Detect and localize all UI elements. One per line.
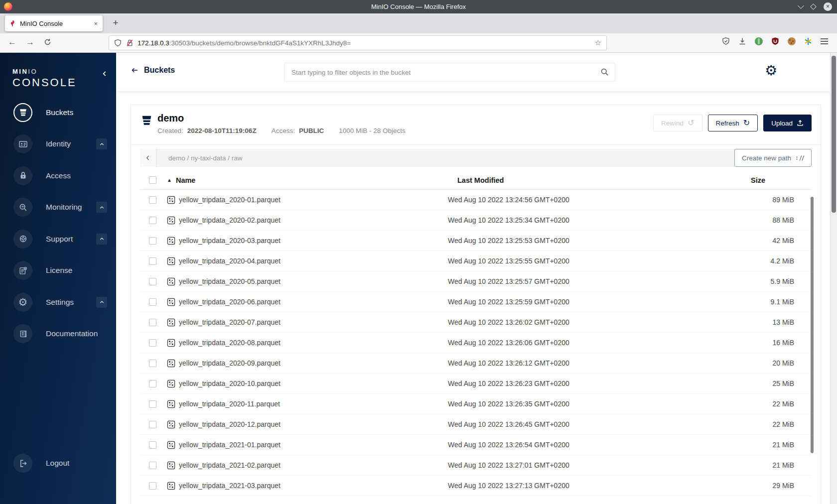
table-row[interactable]: yellow_tripdata_2020-11.parquet Wed Aug …: [140, 394, 812, 414]
sort-ascending-icon[interactable]: ▲: [167, 177, 172, 183]
row-checkbox[interactable]: [149, 196, 156, 204]
object-name[interactable]: yellow_tripdata_2021-03.parquet: [179, 482, 448, 490]
window-close-icon[interactable]: ×: [824, 2, 832, 11]
row-checkbox[interactable]: [149, 400, 156, 408]
object-size: 4.2 MiB: [704, 257, 812, 265]
sidebar-item-license[interactable]: License: [0, 255, 116, 287]
object-name[interactable]: yellow_tripdata_2020-12.parquet: [179, 420, 448, 428]
object-name[interactable]: yellow_tripdata_2020-03.parquet: [179, 237, 448, 245]
rewind-button[interactable]: Rewind ↺: [653, 115, 702, 131]
downloads-icon[interactable]: [738, 37, 746, 45]
table-row[interactable]: yellow_tripdata_2021-02.parquet Wed Aug …: [140, 455, 812, 476]
search-input[interactable]: [284, 63, 615, 82]
sidebar-collapse-icon[interactable]: [101, 70, 108, 78]
object-name[interactable]: yellow_tripdata_2020-02.parquet: [179, 216, 448, 224]
page-scrollbar[interactable]: [830, 53, 837, 504]
table-row[interactable]: yellow_tripdata_2020-05.parquet Wed Aug …: [140, 271, 812, 292]
row-checkbox[interactable]: [149, 257, 156, 265]
object-name[interactable]: yellow_tripdata_2020-05.parquet: [179, 277, 448, 285]
object-name[interactable]: yellow_tripdata_2020-10.parquet: [179, 379, 448, 387]
object-name[interactable]: yellow_tripdata_2020-04.parquet: [179, 257, 448, 265]
back-icon[interactable]: ←: [8, 37, 16, 47]
column-header-last-modified[interactable]: Last Modified: [457, 176, 704, 184]
table-row[interactable]: yellow_tripdata_2020-12.parquet Wed Aug …: [140, 414, 812, 435]
create-new-path-button[interactable]: Create new path: [734, 149, 812, 167]
sidebar-item-support[interactable]: Support: [0, 223, 116, 255]
parquet-file-icon: [167, 216, 175, 225]
bookmark-star-icon[interactable]: ☆: [595, 38, 601, 47]
row-checkbox[interactable]: [149, 339, 156, 347]
sidebar-item-documentation[interactable]: Documentation: [0, 318, 116, 350]
row-checkbox[interactable]: [149, 237, 156, 245]
forward-icon[interactable]: →: [26, 37, 34, 47]
permissions-shield-icon[interactable]: [722, 37, 730, 45]
table-row[interactable]: yellow_tripdata_2021-03.parquet Wed Aug …: [140, 476, 812, 496]
page-scrollbar-thumb[interactable]: [832, 56, 836, 213]
console-settings-gear-icon[interactable]: ⚙: [765, 64, 777, 78]
object-last-modified: Wed Aug 10 2022 13:27:13 GMT+0200: [448, 482, 704, 490]
chevron-up-icon[interactable]: [96, 297, 107, 308]
window-minimize-icon[interactable]: [798, 2, 804, 9]
sidebar-item-identity[interactable]: Identity: [0, 128, 116, 160]
cookie-extension-icon[interactable]: [788, 37, 796, 45]
path-back-button[interactable]: [140, 149, 156, 167]
object-name[interactable]: yellow_tripdata_2020-08.parquet: [179, 339, 448, 347]
tab-close-icon[interactable]: ×: [93, 20, 99, 27]
column-header-size[interactable]: Size: [704, 176, 812, 184]
chevron-up-icon[interactable]: [96, 138, 107, 149]
chevron-up-icon[interactable]: [96, 202, 107, 213]
url-bar[interactable]: 172.18.0.3 :30503/buckets/demo/browse/bn…: [109, 35, 607, 50]
object-last-modified: Wed Aug 10 2022 13:26:35 GMT+0200: [448, 400, 704, 408]
object-name[interactable]: yellow_tripdata_2021-01.parquet: [179, 441, 448, 449]
row-checkbox[interactable]: [149, 482, 156, 490]
chevron-up-icon[interactable]: [96, 234, 107, 245]
menu-hamburger-icon[interactable]: [821, 38, 828, 44]
insecure-lock-icon[interactable]: [126, 39, 134, 47]
ublock-shield-icon[interactable]: [771, 37, 779, 45]
row-checkbox[interactable]: [149, 217, 156, 224]
row-checkbox[interactable]: [149, 360, 156, 367]
object-name[interactable]: yellow_tripdata_2020-07.parquet: [179, 318, 448, 326]
sidebar-item-access[interactable]: Access: [0, 160, 116, 192]
new-tab-button[interactable]: +: [109, 16, 123, 30]
table-row[interactable]: yellow_tripdata_2020-01.parquet Wed Aug …: [140, 190, 812, 210]
row-checkbox[interactable]: [149, 278, 156, 285]
table-row[interactable]: yellow_tripdata_2020-10.parquet Wed Aug …: [140, 374, 812, 394]
object-name[interactable]: yellow_tripdata_2020-06.parquet: [179, 298, 448, 306]
row-checkbox[interactable]: [149, 319, 156, 326]
row-checkbox[interactable]: [149, 441, 156, 449]
breadcrumb[interactable]: demo / ny-taxi-data / raw: [156, 149, 758, 167]
reload-icon[interactable]: [44, 38, 51, 46]
extension-green-icon[interactable]: [755, 37, 763, 45]
table-row[interactable]: yellow_tripdata_2020-08.parquet Wed Aug …: [140, 333, 812, 353]
window-maximize-icon[interactable]: [810, 3, 817, 10]
browser-tab[interactable]: MinIO Console ×: [5, 15, 103, 31]
object-name[interactable]: yellow_tripdata_2020-09.parquet: [179, 359, 448, 367]
row-checkbox[interactable]: [149, 298, 156, 306]
column-header-name[interactable]: Name: [176, 176, 196, 184]
refresh-button[interactable]: Refresh ↻: [708, 115, 758, 131]
table-row[interactable]: yellow_tripdata_2020-06.parquet Wed Aug …: [140, 292, 812, 312]
table-row[interactable]: yellow_tripdata_2020-04.parquet Wed Aug …: [140, 251, 812, 271]
sidebar-item-logout[interactable]: Logout: [0, 448, 116, 480]
table-row[interactable]: yellow_tripdata_2020-03.parquet Wed Aug …: [140, 231, 812, 251]
upload-button[interactable]: Upload: [763, 115, 812, 131]
back-to-buckets-link[interactable]: Buckets: [130, 66, 175, 75]
table-row[interactable]: yellow_tripdata_2020-09.parquet Wed Aug …: [140, 353, 812, 374]
row-checkbox[interactable]: [149, 380, 156, 387]
row-checkbox[interactable]: [149, 462, 156, 469]
table-row[interactable]: yellow_tripdata_2021-01.parquet Wed Aug …: [140, 435, 812, 455]
sidebar-item-monitoring[interactable]: Monitoring: [0, 192, 116, 224]
table-row[interactable]: yellow_tripdata_2020-02.parquet Wed Aug …: [140, 210, 812, 231]
object-name[interactable]: yellow_tripdata_2020-11.parquet: [179, 400, 448, 408]
table-scrollbar-thumb[interactable]: [811, 197, 814, 453]
object-name[interactable]: yellow_tripdata_2021-02.parquet: [179, 461, 448, 469]
object-name[interactable]: yellow_tripdata_2020-01.parquet: [179, 196, 448, 204]
sidebar-item-buckets[interactable]: Buckets: [0, 97, 116, 128]
row-checkbox[interactable]: [149, 421, 156, 428]
sidebar-item-settings[interactable]: ⚙ Settings: [0, 286, 116, 318]
colorful-asterisk-extension-icon[interactable]: [804, 37, 812, 45]
tracking-shield-icon[interactable]: [114, 39, 122, 47]
select-all-checkbox[interactable]: [149, 176, 156, 184]
table-row[interactable]: yellow_tripdata_2020-07.parquet Wed Aug …: [140, 312, 812, 333]
